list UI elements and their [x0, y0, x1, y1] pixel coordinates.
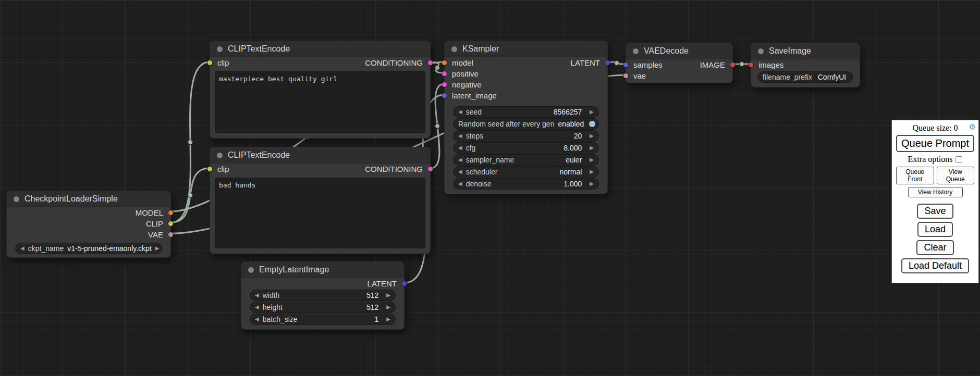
collapse-dot-icon[interactable] [632, 48, 639, 55]
batch-size-widget[interactable]: ◀ batch_size 1 ▶ [250, 314, 396, 325]
filename-prefix-widget[interactable]: filename_prefix ComfyUI [757, 71, 853, 83]
increment-arrow-icon[interactable]: ▶ [386, 305, 390, 310]
collapse-dot-icon[interactable] [216, 152, 223, 159]
decrement-arrow-icon[interactable]: ◀ [458, 145, 462, 151]
output-slot-conditioning[interactable] [427, 60, 433, 66]
cfg-widget[interactable]: ◀ cfg 8.000 ▶ [453, 142, 599, 154]
increment-arrow-icon[interactable]: ▶ [590, 145, 594, 151]
node-title-bar[interactable]: CLIPTextEncode [210, 147, 430, 164]
prev-option-arrow-icon[interactable]: ◀ [20, 246, 24, 251]
queue-prompt-button[interactable]: Queue Prompt [896, 135, 974, 152]
node-title-bar[interactable]: CLIPTextEncode [210, 41, 430, 57]
node-title-bar[interactable]: SaveImage [751, 43, 860, 59]
comfyui-canvas[interactable]: CheckpointLoaderSimple MODEL CLIP VAE ◀ … [0, 0, 980, 376]
node-empty-latent-image[interactable]: EmptyLatentImage LATENT ◀ width 512 ▶ ◀ … [241, 261, 405, 330]
toggle-knob[interactable] [589, 120, 596, 128]
node-clip-text-encode-positive[interactable]: CLIPTextEncode clip CONDITIONING masterp… [210, 41, 431, 139]
increment-arrow-icon[interactable]: ▶ [590, 181, 594, 186]
increment-arrow-icon[interactable]: ▶ [386, 317, 390, 322]
denoise-widget[interactable]: ◀ denoise 1.000 ▶ [453, 178, 599, 190]
view-queue-button[interactable]: View Queue [937, 167, 975, 184]
queue-front-button[interactable]: Queue Front [896, 167, 934, 184]
decrement-arrow-icon[interactable]: ◀ [458, 181, 462, 186]
seed-widget[interactable]: ◀ seed 8566257 ▶ [453, 106, 599, 118]
save-button[interactable]: Save [917, 204, 953, 219]
widget-value: normal [501, 168, 586, 176]
output-slot-image[interactable] [730, 62, 736, 68]
prev-option-arrow-icon[interactable]: ◀ [458, 157, 462, 162]
node-title: SaveImage [769, 46, 811, 56]
node-clip-text-encode-negative[interactable]: CLIPTextEncode clip CONDITIONING bad han… [210, 147, 431, 254]
steps-widget[interactable]: ◀ steps 20 ▶ [453, 130, 599, 142]
input-slot-positive[interactable] [442, 71, 447, 77]
increment-arrow-icon[interactable]: ▶ [590, 109, 594, 115]
random-seed-toggle-widget[interactable]: Random seed after every gen enabled [453, 118, 599, 130]
widget-name: batch_size [263, 315, 298, 323]
input-slot-images[interactable] [748, 62, 754, 68]
widget-value: 20 [487, 132, 586, 140]
output-slot-model[interactable] [168, 210, 174, 216]
increment-arrow-icon[interactable]: ▶ [386, 293, 390, 298]
node-title: CLIPTextEncode [228, 44, 290, 54]
output-slot-clip[interactable] [168, 221, 174, 227]
next-option-arrow-icon[interactable]: ▶ [590, 157, 594, 162]
input-slot-clip[interactable] [207, 166, 213, 172]
clear-button[interactable]: Clear [916, 240, 953, 255]
input-slot-samples[interactable] [623, 62, 629, 68]
output-slot-latent[interactable] [605, 60, 610, 66]
increment-arrow-icon[interactable]: ▶ [590, 133, 594, 139]
decrement-arrow-icon[interactable]: ◀ [458, 133, 462, 139]
decrement-arrow-icon[interactable]: ◀ [255, 293, 259, 298]
decrement-arrow-icon[interactable]: ◀ [255, 305, 259, 310]
load-button[interactable]: Load [917, 222, 953, 237]
decrement-arrow-icon[interactable]: ◀ [255, 317, 259, 322]
widget-name: Random seed after every gen [458, 120, 554, 128]
collapse-dot-icon[interactable] [13, 196, 20, 203]
next-option-arrow-icon[interactable]: ▶ [590, 169, 594, 174]
node-title: KSampler [462, 44, 499, 54]
decrement-arrow-icon[interactable]: ◀ [458, 109, 462, 115]
settings-gear-icon[interactable]: ⚙ [969, 123, 976, 131]
input-slot-negative[interactable] [442, 82, 447, 87]
input-label-clip: clip [217, 58, 229, 67]
next-option-arrow-icon[interactable]: ▶ [155, 246, 160, 251]
node-title-bar[interactable]: CheckpointLoaderSimple [7, 191, 170, 207]
output-slot-latent[interactable] [401, 281, 407, 286]
node-graph-canvas[interactable]: CheckpointLoaderSimple MODEL CLIP VAE ◀ … [0, 0, 980, 376]
node-checkpoint-loader[interactable]: CheckpointLoaderSimple MODEL CLIP VAE ◀ … [6, 191, 171, 258]
positive-prompt-textarea[interactable]: masterpiece best quality girl [215, 71, 425, 133]
collapse-dot-icon[interactable] [757, 48, 764, 55]
collapse-dot-icon[interactable] [248, 267, 254, 273]
negative-prompt-textarea[interactable]: bad hands [215, 178, 425, 248]
node-title-bar[interactable]: KSampler [445, 41, 607, 57]
output-slot-conditioning[interactable] [427, 166, 433, 172]
sampler-name-widget[interactable]: ◀ sampler_name euler ▶ [453, 154, 599, 166]
node-ksampler[interactable]: KSampler model LATENT positive negative … [444, 41, 608, 194]
input-slot-latent-image[interactable] [442, 93, 447, 98]
widget-value: 8566257 [485, 108, 586, 116]
comfy-menu-panel: Queue size: 0 ⚙ Queue Prompt Extra optio… [891, 120, 979, 283]
height-widget[interactable]: ◀ height 512 ▶ [250, 302, 396, 313]
node-save-image[interactable]: SaveImage images filename_prefix ComfyUI [751, 43, 860, 87]
extra-options-checkbox[interactable] [956, 156, 962, 163]
width-widget[interactable]: ◀ width 512 ▶ [250, 290, 396, 301]
widget-name: sampler_name [466, 156, 514, 164]
ckpt-name-widget[interactable]: ◀ ckpt_name v1-5-pruned-emaonly.ckpt ▶ [15, 243, 162, 254]
input-slot-clip[interactable] [207, 60, 213, 66]
widget-value: 512 [286, 303, 383, 311]
load-default-button[interactable]: Load Default [901, 258, 969, 273]
input-slot-vae[interactable] [623, 73, 629, 79]
node-vae-decode[interactable]: VAEDecode samples IMAGE vae [626, 43, 733, 83]
view-history-button[interactable]: View History [908, 187, 963, 197]
input-label-latent-image: latent_image [452, 91, 497, 100]
node-title-bar[interactable]: EmptyLatentImage [241, 262, 404, 278]
input-slot-model[interactable] [442, 60, 447, 66]
widget-value: 1.000 [495, 180, 586, 188]
input-label-model: model [452, 58, 473, 67]
scheduler-widget[interactable]: ◀ scheduler normal ▶ [453, 166, 599, 178]
prev-option-arrow-icon[interactable]: ◀ [458, 169, 462, 174]
output-slot-vae[interactable] [168, 232, 174, 237]
collapse-dot-icon[interactable] [451, 46, 458, 53]
collapse-dot-icon[interactable] [216, 46, 223, 53]
node-title-bar[interactable]: VAEDecode [626, 43, 732, 59]
